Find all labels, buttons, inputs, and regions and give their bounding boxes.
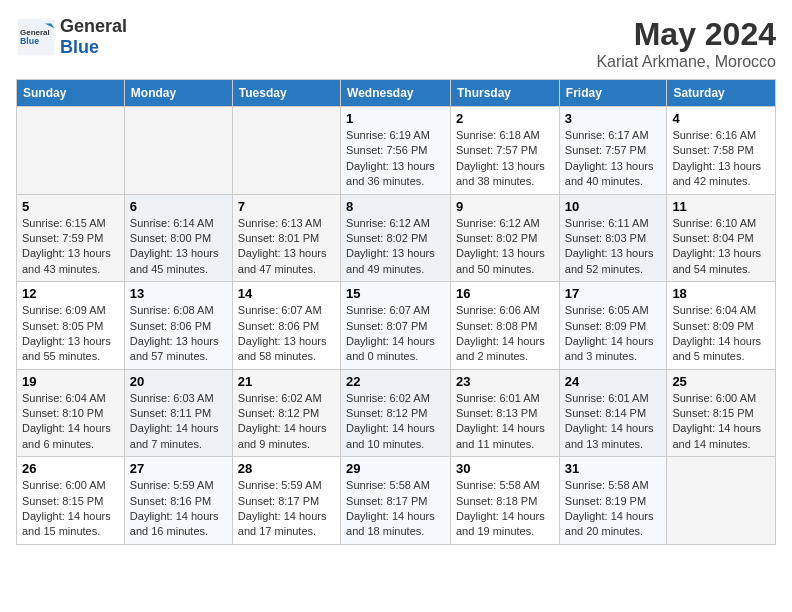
- day-info: Sunrise: 6:02 AMSunset: 8:12 PMDaylight:…: [238, 391, 335, 453]
- table-row: 2Sunrise: 6:18 AMSunset: 7:57 PMDaylight…: [451, 107, 560, 195]
- day-number: 4: [672, 111, 770, 126]
- day-info: Sunrise: 6:07 AMSunset: 8:07 PMDaylight:…: [346, 303, 445, 365]
- table-row: 24Sunrise: 6:01 AMSunset: 8:14 PMDayligh…: [559, 369, 667, 457]
- day-info: Sunrise: 6:04 AMSunset: 8:09 PMDaylight:…: [672, 303, 770, 365]
- table-row: 10Sunrise: 6:11 AMSunset: 8:03 PMDayligh…: [559, 194, 667, 282]
- day-info: Sunrise: 6:13 AMSunset: 8:01 PMDaylight:…: [238, 216, 335, 278]
- subtitle: Kariat Arkmane, Morocco: [596, 53, 776, 71]
- table-row: 30Sunrise: 5:58 AMSunset: 8:18 PMDayligh…: [451, 457, 560, 545]
- calendar-table: Sunday Monday Tuesday Wednesday Thursday…: [16, 79, 776, 545]
- day-number: 14: [238, 286, 335, 301]
- day-info: Sunrise: 5:58 AMSunset: 8:18 PMDaylight:…: [456, 478, 554, 540]
- day-info: Sunrise: 6:17 AMSunset: 7:57 PMDaylight:…: [565, 128, 662, 190]
- day-info: Sunrise: 6:01 AMSunset: 8:14 PMDaylight:…: [565, 391, 662, 453]
- day-number: 10: [565, 199, 662, 214]
- day-number: 18: [672, 286, 770, 301]
- table-row: 7Sunrise: 6:13 AMSunset: 8:01 PMDaylight…: [232, 194, 340, 282]
- table-row: 15Sunrise: 6:07 AMSunset: 8:07 PMDayligh…: [341, 282, 451, 370]
- col-saturday: Saturday: [667, 80, 776, 107]
- table-row: 16Sunrise: 6:06 AMSunset: 8:08 PMDayligh…: [451, 282, 560, 370]
- logo: General Blue General Blue: [16, 16, 127, 58]
- day-number: 16: [456, 286, 554, 301]
- table-row: 25Sunrise: 6:00 AMSunset: 8:15 PMDayligh…: [667, 369, 776, 457]
- day-info: Sunrise: 6:08 AMSunset: 8:06 PMDaylight:…: [130, 303, 227, 365]
- day-info: Sunrise: 6:04 AMSunset: 8:10 PMDaylight:…: [22, 391, 119, 453]
- table-row: 4Sunrise: 6:16 AMSunset: 7:58 PMDaylight…: [667, 107, 776, 195]
- col-tuesday: Tuesday: [232, 80, 340, 107]
- table-row: 5Sunrise: 6:15 AMSunset: 7:59 PMDaylight…: [17, 194, 125, 282]
- table-row: 28Sunrise: 5:59 AMSunset: 8:17 PMDayligh…: [232, 457, 340, 545]
- day-number: 5: [22, 199, 119, 214]
- day-number: 13: [130, 286, 227, 301]
- calendar-header-row: Sunday Monday Tuesday Wednesday Thursday…: [17, 80, 776, 107]
- col-friday: Friday: [559, 80, 667, 107]
- logo-blue: Blue: [60, 37, 99, 57]
- day-number: 15: [346, 286, 445, 301]
- day-number: 21: [238, 374, 335, 389]
- day-number: 3: [565, 111, 662, 126]
- table-row: 21Sunrise: 6:02 AMSunset: 8:12 PMDayligh…: [232, 369, 340, 457]
- table-row: 23Sunrise: 6:01 AMSunset: 8:13 PMDayligh…: [451, 369, 560, 457]
- table-row: [667, 457, 776, 545]
- day-info: Sunrise: 6:06 AMSunset: 8:08 PMDaylight:…: [456, 303, 554, 365]
- col-thursday: Thursday: [451, 80, 560, 107]
- day-number: 24: [565, 374, 662, 389]
- day-info: Sunrise: 5:58 AMSunset: 8:19 PMDaylight:…: [565, 478, 662, 540]
- day-info: Sunrise: 6:11 AMSunset: 8:03 PMDaylight:…: [565, 216, 662, 278]
- day-number: 11: [672, 199, 770, 214]
- day-info: Sunrise: 5:59 AMSunset: 8:17 PMDaylight:…: [238, 478, 335, 540]
- table-row: 20Sunrise: 6:03 AMSunset: 8:11 PMDayligh…: [124, 369, 232, 457]
- table-row: 14Sunrise: 6:07 AMSunset: 8:06 PMDayligh…: [232, 282, 340, 370]
- day-info: Sunrise: 6:19 AMSunset: 7:56 PMDaylight:…: [346, 128, 445, 190]
- svg-text:General: General: [20, 28, 50, 37]
- day-number: 23: [456, 374, 554, 389]
- day-number: 17: [565, 286, 662, 301]
- day-number: 26: [22, 461, 119, 476]
- calendar-body: 1Sunrise: 6:19 AMSunset: 7:56 PMDaylight…: [17, 107, 776, 545]
- main-title: May 2024: [596, 16, 776, 53]
- day-info: Sunrise: 6:05 AMSunset: 8:09 PMDaylight:…: [565, 303, 662, 365]
- day-number: 30: [456, 461, 554, 476]
- day-number: 2: [456, 111, 554, 126]
- day-info: Sunrise: 6:14 AMSunset: 8:00 PMDaylight:…: [130, 216, 227, 278]
- day-info: Sunrise: 6:02 AMSunset: 8:12 PMDaylight:…: [346, 391, 445, 453]
- day-info: Sunrise: 6:12 AMSunset: 8:02 PMDaylight:…: [346, 216, 445, 278]
- day-number: 25: [672, 374, 770, 389]
- day-info: Sunrise: 6:03 AMSunset: 8:11 PMDaylight:…: [130, 391, 227, 453]
- day-info: Sunrise: 5:58 AMSunset: 8:17 PMDaylight:…: [346, 478, 445, 540]
- day-info: Sunrise: 6:00 AMSunset: 8:15 PMDaylight:…: [672, 391, 770, 453]
- calendar-week-row: 12Sunrise: 6:09 AMSunset: 8:05 PMDayligh…: [17, 282, 776, 370]
- table-row: 1Sunrise: 6:19 AMSunset: 7:56 PMDaylight…: [341, 107, 451, 195]
- day-number: 19: [22, 374, 119, 389]
- table-row: [17, 107, 125, 195]
- day-info: Sunrise: 6:12 AMSunset: 8:02 PMDaylight:…: [456, 216, 554, 278]
- logo-general: General: [60, 16, 127, 36]
- day-info: Sunrise: 6:01 AMSunset: 8:13 PMDaylight:…: [456, 391, 554, 453]
- day-info: Sunrise: 6:16 AMSunset: 7:58 PMDaylight:…: [672, 128, 770, 190]
- calendar-week-row: 1Sunrise: 6:19 AMSunset: 7:56 PMDaylight…: [17, 107, 776, 195]
- col-sunday: Sunday: [17, 80, 125, 107]
- table-row: 27Sunrise: 5:59 AMSunset: 8:16 PMDayligh…: [124, 457, 232, 545]
- day-number: 29: [346, 461, 445, 476]
- table-row: 17Sunrise: 6:05 AMSunset: 8:09 PMDayligh…: [559, 282, 667, 370]
- calendar-week-row: 19Sunrise: 6:04 AMSunset: 8:10 PMDayligh…: [17, 369, 776, 457]
- day-number: 6: [130, 199, 227, 214]
- table-row: 19Sunrise: 6:04 AMSunset: 8:10 PMDayligh…: [17, 369, 125, 457]
- day-info: Sunrise: 6:18 AMSunset: 7:57 PMDaylight:…: [456, 128, 554, 190]
- col-monday: Monday: [124, 80, 232, 107]
- table-row: 3Sunrise: 6:17 AMSunset: 7:57 PMDaylight…: [559, 107, 667, 195]
- table-row: 9Sunrise: 6:12 AMSunset: 8:02 PMDaylight…: [451, 194, 560, 282]
- day-info: Sunrise: 6:00 AMSunset: 8:15 PMDaylight:…: [22, 478, 119, 540]
- table-row: 6Sunrise: 6:14 AMSunset: 8:00 PMDaylight…: [124, 194, 232, 282]
- day-number: 7: [238, 199, 335, 214]
- day-info: Sunrise: 6:07 AMSunset: 8:06 PMDaylight:…: [238, 303, 335, 365]
- day-info: Sunrise: 5:59 AMSunset: 8:16 PMDaylight:…: [130, 478, 227, 540]
- day-number: 9: [456, 199, 554, 214]
- day-number: 31: [565, 461, 662, 476]
- table-row: 11Sunrise: 6:10 AMSunset: 8:04 PMDayligh…: [667, 194, 776, 282]
- table-row: 12Sunrise: 6:09 AMSunset: 8:05 PMDayligh…: [17, 282, 125, 370]
- logo-icon: General Blue: [16, 17, 56, 57]
- table-row: [124, 107, 232, 195]
- table-row: 31Sunrise: 5:58 AMSunset: 8:19 PMDayligh…: [559, 457, 667, 545]
- day-number: 8: [346, 199, 445, 214]
